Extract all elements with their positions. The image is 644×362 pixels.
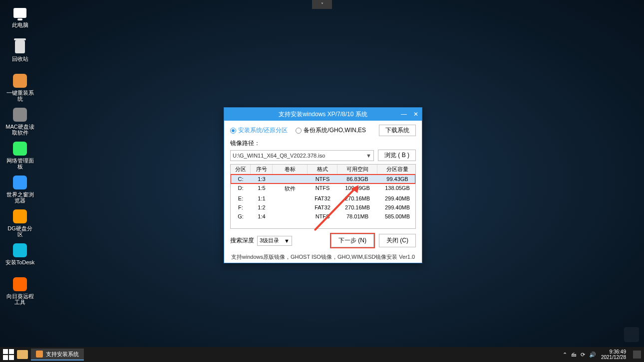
dialog-footer: 搜索深度 3级目录 ▼ 下一步 (N) 关闭 (C) <box>230 234 416 247</box>
system-tray[interactable]: ⌃ 🖮 ⟳ 🔊 <box>563 352 596 358</box>
cell-partition: F: <box>231 203 251 212</box>
taskbar-right: ⌃ 🖮 ⟳ 🔊 9:36:49 2021/12/28 <box>563 349 641 360</box>
cell-label <box>273 212 308 221</box>
desktop-icon-label: 一键重装系统 <box>5 90 35 102</box>
th-number: 序号 <box>251 165 273 174</box>
clock[interactable]: 9:36:49 2021/12/28 <box>601 349 626 360</box>
dialog-note: 支持windows原版镜像，GHOST ISO镜像，GHO,WIM,ESD镜像安… <box>224 250 422 263</box>
cell-label <box>273 194 308 203</box>
cell-cap: 99.43GB <box>377 175 416 183</box>
app-icon <box>13 243 27 257</box>
desktop-icon[interactable]: MAC硬盘读取软件 <box>5 107 35 139</box>
pc-icon <box>13 8 26 18</box>
desktop-icon-label: MAC硬盘读取软件 <box>5 124 35 136</box>
table-row[interactable]: D:1:5软件NTFS109.99GB138.05GB <box>231 183 415 194</box>
cell-cap: 299.40MB <box>377 203 416 212</box>
radio-backup-label: 备份系统/GHO,WIN,ES <box>304 126 366 135</box>
taskbar-item-installer[interactable]: 支持安装系统 <box>31 349 84 361</box>
depth-label: 搜索深度 <box>230 236 254 245</box>
radio-dot-icon <box>230 128 236 134</box>
desktop-icon[interactable]: 网络管理面板 <box>5 141 35 173</box>
desktop-icon[interactable]: 此电脑 <box>5 5 35 37</box>
taskbar-item-label: 支持安装系统 <box>46 351 79 358</box>
cell-format: FAT32 <box>308 194 337 203</box>
desktop-icon-label: DG硬盘分区 <box>5 225 35 237</box>
depth-value: 3级目录 <box>260 237 279 244</box>
close-icon[interactable]: ✕ <box>410 108 422 121</box>
desktop-icon[interactable]: DG硬盘分区 <box>5 208 35 240</box>
radio-install-label: 安装系统/还原分区 <box>238 126 288 135</box>
table-header: 分区 序号 卷标 格式 可用空间 分区容量 <box>231 165 415 175</box>
cell-number: 1:5 <box>251 183 273 194</box>
dropdown-arrow-icon: ▼ <box>366 153 371 159</box>
app-icon <box>13 209 27 223</box>
titlebar[interactable]: 支持安装windows XP/7/8/10 系统 — ✕ <box>224 108 422 121</box>
cell-number: 1:4 <box>251 212 273 221</box>
download-system-button[interactable]: 下载系统 <box>379 125 416 136</box>
notification-icon[interactable] <box>633 351 641 359</box>
desktop-icon-label: 此电脑 <box>12 22 28 28</box>
taskbar-left: 支持安装系统 <box>3 349 84 361</box>
mode-radio-row: 安装系统/还原分区 备份系统/GHO,WIN,ES 下载系统 <box>230 125 416 136</box>
desktop-icon-label: 回收站 <box>12 56 28 62</box>
radio-backup[interactable]: 备份系统/GHO,WIN,ES <box>296 126 366 135</box>
cell-partition: C: <box>231 175 251 183</box>
cell-free: 270.16MB <box>337 203 377 212</box>
path-row: U:\G_WIN11_X64_Q8_V2022.378.iso ▼ 浏览 ( B… <box>230 150 416 161</box>
dialog-body: 安装系统/还原分区 备份系统/GHO,WIN,ES 下载系统 镜像路径： U:\… <box>224 121 422 250</box>
action-center-ghost <box>624 327 639 342</box>
app-icon <box>13 277 27 291</box>
file-explorer-icon[interactable] <box>17 350 28 359</box>
th-partition: 分区 <box>231 165 251 174</box>
minimize-button[interactable]: — <box>398 108 410 121</box>
start-button[interactable] <box>3 349 14 360</box>
desktop-icon[interactable]: 向日葵远程工具 <box>5 276 35 308</box>
desktop-icon-area: 此电脑回收站一键重装系统MAC硬盘读取软件网络管理面板世界之窗浏览器DG硬盘分区… <box>5 5 40 310</box>
installer-dialog: 支持安装windows XP/7/8/10 系统 — ✕ 安装系统/还原分区 备… <box>224 107 422 263</box>
tray-icon[interactable]: 🖮 <box>571 352 577 358</box>
close-button[interactable]: 关闭 (C) <box>379 234 416 247</box>
cell-free: 78.01MB <box>337 212 377 221</box>
dialog-title: 支持安装windows XP/7/8/10 系统 <box>279 110 367 119</box>
desktop-icon-label: 安装ToDesk <box>5 259 35 265</box>
app-icon <box>13 142 27 156</box>
cell-number: 1:1 <box>251 194 273 203</box>
cell-partition: G: <box>231 212 251 221</box>
next-button[interactable]: 下一步 (N) <box>331 234 374 247</box>
radio-dot-icon <box>296 128 302 134</box>
cell-label: 软件 <box>273 183 308 194</box>
tray-icon[interactable]: 🔊 <box>589 352 596 358</box>
tray-icon[interactable]: ⟳ <box>581 352 585 358</box>
table-row[interactable]: E:1:1FAT32270.16MB299.40MB <box>231 194 415 203</box>
app-icon <box>13 74 27 88</box>
cell-number: 1:2 <box>251 203 273 212</box>
depth-combo[interactable]: 3级目录 ▼ <box>257 236 292 246</box>
desktop-icon[interactable]: 一键重装系统 <box>5 73 35 105</box>
table-row[interactable]: F:1:2FAT32270.16MB299.40MB <box>231 203 415 212</box>
cell-format: NTFS <box>308 183 337 194</box>
cell-partition: D: <box>231 183 251 194</box>
taskbar: 支持安装系统 ⌃ 🖮 ⟳ 🔊 9:36:49 2021/12/28 <box>0 347 644 362</box>
radio-install[interactable]: 安装系统/还原分区 <box>230 126 288 135</box>
table-row[interactable]: C:1:3NTFS86.83GB99.43GB <box>231 175 415 183</box>
top-pull-tab[interactable]: ˅ <box>312 0 332 9</box>
browse-button[interactable]: 浏览 ( B ) <box>378 150 416 161</box>
cell-number: 1:3 <box>251 175 273 183</box>
image-path-value: U:\G_WIN11_X64_Q8_V2022.378.iso <box>233 153 325 159</box>
cell-cap: 585.00MB <box>377 212 416 221</box>
desktop-icon-label: 网络管理面板 <box>5 158 35 170</box>
cell-cap: 138.05GB <box>377 183 416 194</box>
cell-format: NTFS <box>308 212 337 221</box>
desktop-icon[interactable]: 回收站 <box>5 39 35 71</box>
tray-icon[interactable]: ⌃ <box>563 352 567 358</box>
cell-partition: E: <box>231 194 251 203</box>
desktop-icon[interactable]: 世界之窗浏览器 <box>5 175 35 206</box>
clock-date: 2021/12/28 <box>601 355 626 360</box>
desktop-icon[interactable]: 安装ToDesk <box>5 242 35 274</box>
th-free: 可用空间 <box>337 165 377 174</box>
desktop-icon-label: 向日葵远程工具 <box>5 293 35 305</box>
image-path-combo[interactable]: U:\G_WIN11_X64_Q8_V2022.378.iso ▼ <box>230 150 374 161</box>
recycle-bin-icon <box>15 40 25 53</box>
cell-free: 86.83GB <box>337 175 377 183</box>
cell-label <box>273 203 308 212</box>
